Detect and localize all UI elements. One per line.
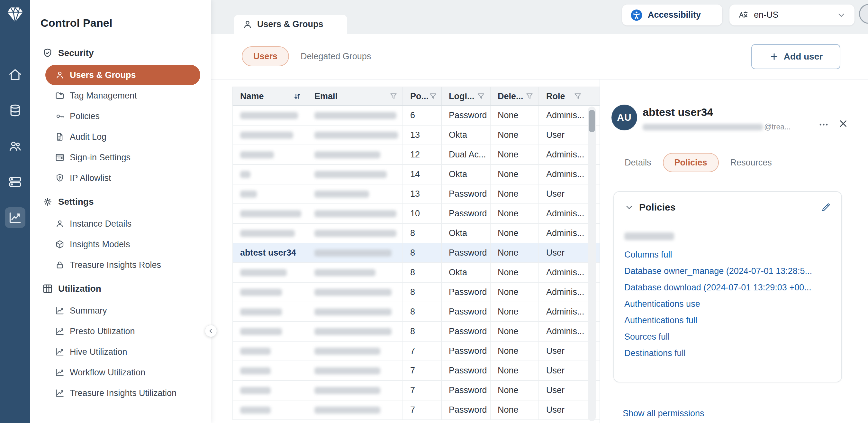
delegated-groups-link[interactable]: Delegated Groups xyxy=(301,52,371,61)
table-row[interactable]: 7PasswordNoneUser xyxy=(232,342,599,361)
redacted-name xyxy=(240,191,257,198)
cell-role: Adminis... xyxy=(539,145,587,164)
treasure-data-logo-icon[interactable] xyxy=(5,4,25,25)
column-header-name[interactable]: Name xyxy=(233,87,307,105)
column-header-dele[interactable]: Dele... xyxy=(491,87,539,105)
cell-delegation: None xyxy=(491,106,539,125)
cell-port: 8 xyxy=(403,224,442,243)
sidebar-item-tag-management[interactable]: Tag Management xyxy=(45,85,200,106)
redacted-email xyxy=(314,191,369,198)
redacted-email xyxy=(314,406,380,414)
sidebar-item-presto-utilization[interactable]: Presto Utilization xyxy=(45,321,200,342)
cell-delegation: None xyxy=(491,185,539,203)
rail-item-home[interactable] xyxy=(5,64,25,85)
redacted-email xyxy=(314,171,387,178)
sidebar-item-label: Users & Groups xyxy=(70,70,136,80)
table-row[interactable]: 7PasswordNoneUser xyxy=(232,381,599,400)
policy-link[interactable]: Destinations full xyxy=(624,345,831,362)
tab-users-groups[interactable]: Users & Groups xyxy=(234,15,347,34)
filter-icon[interactable] xyxy=(389,92,398,101)
filter-icon[interactable] xyxy=(525,92,534,101)
sidebar-item-audit-log[interactable]: Audit Log xyxy=(45,126,200,147)
detail-tab-details[interactable]: Details xyxy=(623,158,653,168)
table-row[interactable]: 8OktaNoneAdminis... xyxy=(232,263,599,283)
add-user-button[interactable]: Add user xyxy=(751,44,840,69)
close-panel-button[interactable] xyxy=(838,118,849,129)
table-row[interactable]: 10PasswordNoneAdminis... xyxy=(232,204,599,224)
redacted-name xyxy=(240,387,271,394)
cell-port: 7 xyxy=(403,381,442,400)
rail-item-utilization[interactable] xyxy=(5,207,25,228)
cell-login: Password xyxy=(442,400,491,420)
show-all-permissions-link[interactable]: Show all permissions xyxy=(623,408,704,419)
sidebar-item-sign-in-settings[interactable]: Sign-in Settings xyxy=(45,147,200,168)
sidebar-item-policies[interactable]: Policies xyxy=(45,106,200,126)
sort-icon[interactable] xyxy=(292,91,302,101)
app-root: Control Panel SecurityUsers & GroupsTag … xyxy=(0,0,868,423)
sidebar-item-ip-allowlist[interactable]: IP Allowlist xyxy=(45,168,200,188)
sidebar-item-workflow-utilization[interactable]: Workflow Utilization xyxy=(45,362,200,383)
language-selector[interactable]: en-US xyxy=(730,4,855,25)
accessibility-icon xyxy=(630,9,643,21)
detail-user-email: @trea... xyxy=(643,123,790,131)
table-row[interactable]: 6PasswordNoneAdminis... xyxy=(232,106,599,125)
table-row[interactable]: 13PasswordNoneUser xyxy=(232,185,599,204)
column-header-po[interactable]: Po... xyxy=(403,87,442,105)
accessibility-button[interactable]: Accessibility xyxy=(622,4,722,25)
sidebar-item-label: Audit Log xyxy=(70,132,106,142)
rail-item-team[interactable] xyxy=(5,136,25,157)
sidebar-item-users-groups[interactable]: Users & Groups xyxy=(45,65,200,85)
collapse-chevron-icon[interactable] xyxy=(624,202,634,212)
rail-item-data[interactable] xyxy=(5,100,25,121)
users-filter-pill[interactable]: Users xyxy=(242,46,289,66)
sidebar-item-label: Sign-in Settings xyxy=(70,152,130,163)
sidebar-item-instance-details[interactable]: Instance Details xyxy=(45,214,200,234)
policy-link[interactable]: Authentications use xyxy=(624,296,831,312)
cell-port: 8 xyxy=(403,302,442,321)
policy-link[interactable]: Database owner_manage (2024-07-01 13:28:… xyxy=(624,263,831,279)
column-header-role[interactable]: Role xyxy=(539,87,587,105)
detail-tab-resources[interactable]: Resources xyxy=(728,158,774,168)
scrollbar-thumb[interactable] xyxy=(589,110,595,132)
redacted-name xyxy=(240,348,271,355)
cell-role: Adminis... xyxy=(539,302,587,321)
sidebar-collapse-button[interactable] xyxy=(205,325,217,337)
users-table: NameEmailPo...Logi...Dele...Role 6Passwo… xyxy=(211,80,599,423)
redacted-name xyxy=(240,367,271,374)
sidebar-item-summary[interactable]: Summary xyxy=(45,300,200,321)
sidebar-item-label: Treasure Insights Roles xyxy=(70,260,161,270)
redacted-name xyxy=(240,132,293,139)
policy-link[interactable]: Sources full xyxy=(624,329,831,345)
sidebar-section-settings: Settings xyxy=(30,193,211,211)
table-row[interactable]: 8OktaNoneAdminis... xyxy=(232,224,599,243)
policy-link[interactable]: Authentications full xyxy=(624,312,831,329)
table-row[interactable]: 13OktaNoneUser xyxy=(232,125,599,145)
more-actions-button[interactable] xyxy=(818,119,830,131)
edit-policies-button[interactable] xyxy=(821,202,831,213)
table-row[interactable]: abtest user348PasswordNoneUser xyxy=(232,243,599,263)
server-icon xyxy=(8,175,22,189)
table-row[interactable]: 8PasswordNoneAdminis... xyxy=(232,322,599,342)
filter-icon[interactable] xyxy=(476,92,486,101)
user-avatar[interactable] xyxy=(859,4,868,24)
policies-card-header: Policies xyxy=(624,200,831,215)
column-header-email[interactable]: Email xyxy=(307,87,403,105)
table-row[interactable]: 8PasswordNoneAdminis... xyxy=(232,283,599,302)
policy-link[interactable]: Columns full xyxy=(624,247,831,263)
filter-icon[interactable] xyxy=(573,92,582,101)
sidebar-item-insights-models[interactable]: Insights Models xyxy=(45,234,200,255)
cell-role: Adminis... xyxy=(539,263,587,282)
table-row[interactable]: 7PasswordNoneUser xyxy=(232,400,599,420)
sidebar-item-treasure-insights-utilization[interactable]: Treasure Insights Utilization xyxy=(45,383,200,403)
filter-icon[interactable] xyxy=(429,92,437,101)
table-row[interactable]: 7PasswordNoneUser xyxy=(232,361,599,381)
sidebar-item-hive-utilization[interactable]: Hive Utilization xyxy=(45,342,200,362)
table-row[interactable]: 8PasswordNoneAdminis... xyxy=(232,302,599,322)
detail-tab-policies[interactable]: Policies xyxy=(663,153,719,172)
sidebar-item-treasure-insights-roles[interactable]: Treasure Insights Roles xyxy=(45,255,200,275)
table-row[interactable]: 12Dual Ac...NoneAdminis... xyxy=(232,145,599,165)
policy-link[interactable]: Database download (2024-07-01 13:29:03 +… xyxy=(624,279,831,296)
table-row[interactable]: 14OktaNoneAdminis... xyxy=(232,165,599,185)
column-header-logi[interactable]: Logi... xyxy=(442,87,491,105)
rail-item-integrations[interactable] xyxy=(5,172,25,192)
